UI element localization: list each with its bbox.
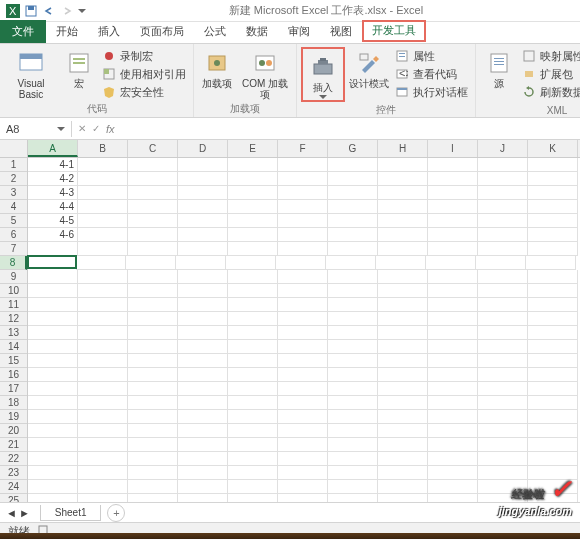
sheet-prev-icon[interactable]: ◄	[6, 507, 17, 519]
cell[interactable]	[328, 438, 378, 452]
cell[interactable]	[178, 242, 228, 256]
cell[interactable]	[278, 410, 328, 424]
cell[interactable]	[78, 200, 128, 214]
cell[interactable]	[376, 256, 426, 270]
cell[interactable]	[178, 228, 228, 242]
cell[interactable]	[228, 312, 278, 326]
cell[interactable]	[278, 396, 328, 410]
cell[interactable]	[428, 284, 478, 298]
cell[interactable]	[328, 396, 378, 410]
column-header[interactable]: E	[228, 140, 278, 157]
row-header[interactable]: 17	[0, 382, 27, 396]
cell[interactable]	[128, 368, 178, 382]
refresh-data-button[interactable]: 刷新数据	[520, 84, 580, 101]
cell[interactable]	[128, 312, 178, 326]
cell[interactable]	[178, 270, 228, 284]
tab-layout[interactable]: 页面布局	[130, 21, 194, 43]
com-addins-button[interactable]: COM 加载项	[238, 46, 292, 100]
cell[interactable]	[428, 480, 478, 494]
row-header[interactable]: 8	[0, 256, 27, 270]
column-header[interactable]: D	[178, 140, 228, 157]
cell[interactable]	[378, 340, 428, 354]
cell[interactable]	[378, 200, 428, 214]
cell[interactable]	[228, 396, 278, 410]
cell[interactable]	[328, 200, 378, 214]
save-icon[interactable]	[24, 4, 38, 18]
cell[interactable]	[478, 270, 528, 284]
row-header[interactable]: 5	[0, 214, 27, 228]
cell[interactable]	[378, 312, 428, 326]
add-sheet-button[interactable]: +	[107, 504, 125, 522]
cell[interactable]	[28, 396, 78, 410]
cell[interactable]	[76, 256, 126, 270]
cell[interactable]	[28, 466, 78, 480]
cell[interactable]	[328, 340, 378, 354]
cell[interactable]	[428, 186, 478, 200]
cell[interactable]	[228, 200, 278, 214]
column-header[interactable]: A	[28, 140, 78, 157]
cell[interactable]	[178, 480, 228, 494]
column-header[interactable]: F	[278, 140, 328, 157]
cell[interactable]	[378, 466, 428, 480]
cell[interactable]	[228, 172, 278, 186]
row-header[interactable]: 20	[0, 424, 27, 438]
cell[interactable]	[228, 382, 278, 396]
cell[interactable]	[476, 256, 526, 270]
cell[interactable]	[128, 452, 178, 466]
cell[interactable]	[328, 480, 378, 494]
cell[interactable]	[78, 354, 128, 368]
cell[interactable]	[428, 312, 478, 326]
cell[interactable]	[478, 214, 528, 228]
cell[interactable]	[378, 452, 428, 466]
cell[interactable]	[78, 368, 128, 382]
undo-icon[interactable]	[42, 4, 56, 18]
cell[interactable]: 4-2	[28, 172, 78, 186]
cell[interactable]	[128, 228, 178, 242]
cell[interactable]	[328, 326, 378, 340]
cell[interactable]	[328, 270, 378, 284]
cell[interactable]: 4-5	[28, 214, 78, 228]
cell[interactable]	[178, 368, 228, 382]
row-header[interactable]: 3	[0, 186, 27, 200]
cell[interactable]	[378, 298, 428, 312]
cell[interactable]	[278, 312, 328, 326]
cell[interactable]	[528, 172, 578, 186]
cell[interactable]	[28, 354, 78, 368]
enter-icon[interactable]: ✓	[92, 123, 100, 134]
column-header[interactable]: B	[78, 140, 128, 157]
cell[interactable]	[78, 480, 128, 494]
addins-button[interactable]: 加载项	[198, 46, 236, 89]
cell[interactable]	[128, 396, 178, 410]
cell[interactable]	[528, 284, 578, 298]
cell[interactable]	[28, 368, 78, 382]
row-header[interactable]: 9	[0, 270, 27, 284]
column-header[interactable]: K	[528, 140, 578, 157]
column-header[interactable]: J	[478, 140, 528, 157]
cell[interactable]	[278, 438, 328, 452]
cell[interactable]	[328, 354, 378, 368]
cancel-icon[interactable]: ✕	[78, 123, 86, 134]
cell[interactable]	[328, 284, 378, 298]
cell[interactable]	[478, 354, 528, 368]
cell[interactable]	[128, 270, 178, 284]
row-header[interactable]: 16	[0, 368, 27, 382]
row-header[interactable]: 13	[0, 326, 27, 340]
cell[interactable]	[228, 270, 278, 284]
cell[interactable]	[228, 186, 278, 200]
cell[interactable]	[78, 242, 128, 256]
cell[interactable]	[278, 158, 328, 172]
row-header[interactable]: 10	[0, 284, 27, 298]
cell[interactable]	[78, 158, 128, 172]
cell[interactable]	[428, 242, 478, 256]
cell[interactable]	[28, 438, 78, 452]
row-header[interactable]: 2	[0, 172, 27, 186]
cell[interactable]	[78, 466, 128, 480]
cell[interactable]	[428, 438, 478, 452]
cell[interactable]	[528, 354, 578, 368]
cell[interactable]	[528, 424, 578, 438]
cell[interactable]	[328, 312, 378, 326]
cell[interactable]	[78, 424, 128, 438]
cell[interactable]	[478, 396, 528, 410]
visual-basic-button[interactable]: Visual Basic	[4, 46, 58, 100]
cell[interactable]	[428, 298, 478, 312]
